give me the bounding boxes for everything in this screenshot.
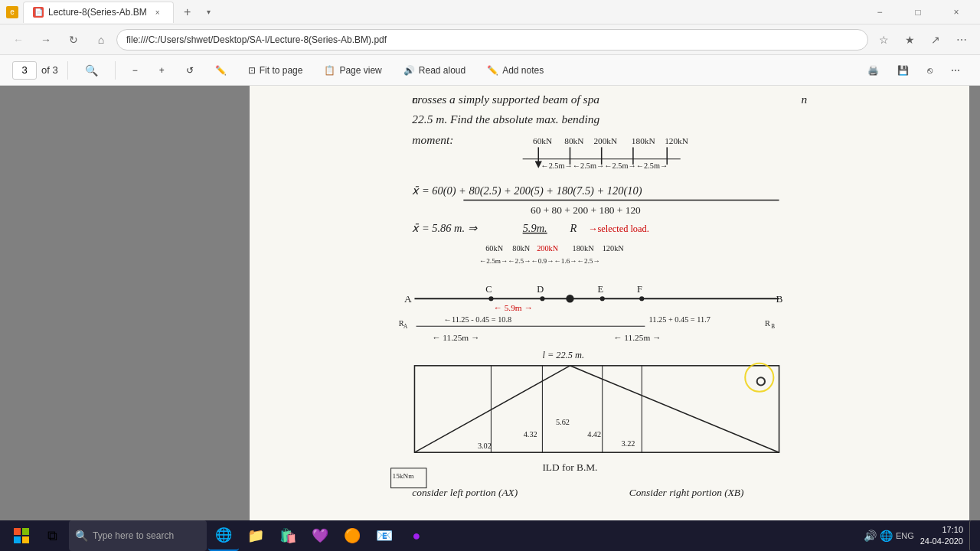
- page-number-input[interactable]: [12, 61, 37, 80]
- windows-logo: [14, 528, 29, 543]
- svg-text:200kN: 200kN: [537, 244, 559, 253]
- back-button[interactable]: ←: [6, 28, 31, 52]
- title-bar: e 📄 Lecture-8(Series-Ab.BM × + ▾ − □ ×: [0, 0, 980, 24]
- svg-text:15kNm: 15kNm: [393, 472, 415, 480]
- svg-text:consider left portion (AX): consider left portion (AX): [412, 487, 518, 498]
- browser-tab[interactable]: 📄 Lecture-8(Series-Ab.BM ×: [23, 2, 174, 23]
- add-notes-label: Add notes: [502, 65, 544, 76]
- task-view-icon: ⧉: [47, 528, 57, 544]
- start-button[interactable]: [6, 520, 37, 551]
- svg-text:4.32: 4.32: [524, 430, 537, 439]
- svg-text:x̄ = 60(0) + 80(2.5) + 200(5) : x̄ = 60(0) + 80(2.5) + 200(5) + 180(7.5)…: [412, 184, 642, 197]
- svg-text:B: B: [771, 324, 775, 330]
- more-options-button[interactable]: ⋯: [943, 60, 968, 81]
- fit-icon: ⊡: [248, 65, 256, 76]
- print-button[interactable]: 🖨️: [860, 60, 887, 81]
- edge-taskbar-icon: 🌐: [215, 527, 232, 543]
- svg-rect-74: [14, 536, 21, 543]
- svg-rect-53: [414, 366, 779, 452]
- draw-button[interactable]: ✏️: [207, 60, 234, 81]
- pdf-page: crosses a simply supported beam of spa n…: [250, 86, 969, 551]
- taskbar: ⧉ 🔍 Type here to search 🌐 📁 🛍️ 💜 🟠 📧 ●: [0, 520, 980, 551]
- app-taskbar-2[interactable]: ●: [401, 520, 432, 551]
- pdf-left-margin: [0, 86, 250, 551]
- clock[interactable]: 17:10 24-04-2020: [920, 524, 963, 548]
- svg-text:D: D: [537, 284, 544, 295]
- file-explorer-taskbar[interactable]: 📁: [240, 520, 271, 551]
- add-notes-button[interactable]: ✏️ Add notes: [479, 60, 551, 81]
- network-icon[interactable]: 🌐: [880, 530, 893, 542]
- zoom-out-button[interactable]: −: [125, 60, 145, 81]
- lang-indicator[interactable]: ENG: [896, 531, 914, 540]
- svg-text:ILD for B.M.: ILD for B.M.: [542, 461, 597, 473]
- svg-text:Consider right portion (XB): Consider right portion (XB): [629, 487, 744, 498]
- save-button[interactable]: 💾: [890, 60, 916, 81]
- svg-point-37: [488, 296, 493, 301]
- svg-text:←2.5m→←2.5→←0.9→←1.6→←2.5→: ←2.5m→←2.5→←0.9→←1.6→←2.5→: [479, 257, 600, 265]
- tab-favicon: 📄: [33, 7, 44, 18]
- time: 17:10: [920, 524, 963, 536]
- address-bar[interactable]: file:///C:/Users/shwet/Desktop/SA-I/Lect…: [116, 29, 868, 51]
- svg-text:C: C: [485, 284, 492, 295]
- main-content: crosses a simply supported beam of spa n…: [0, 86, 980, 551]
- search-button[interactable]: 🔍: [77, 60, 106, 81]
- page-view-label: Page view: [339, 65, 381, 76]
- title-bar-left: e 📄 Lecture-8(Series-Ab.BM × + ▾: [6, 2, 862, 23]
- svg-text:80kN: 80kN: [564, 136, 583, 145]
- show-desktop-button[interactable]: [969, 520, 974, 551]
- toolbar-right-actions: 🖨️ 💾 ⎋ ⋯: [860, 60, 968, 81]
- svg-text:11.25 + 0.45 = 11.7: 11.25 + 0.45 = 11.7: [649, 315, 710, 324]
- print-icon: 🖨️: [867, 65, 879, 76]
- store-taskbar[interactable]: 🛍️: [273, 520, 303, 551]
- svg-text:5.62: 5.62: [556, 418, 570, 426]
- read-aloud-button[interactable]: 🔊 Read aloud: [396, 60, 473, 81]
- svg-text:R: R: [765, 319, 770, 328]
- svg-text:x̄ = 5.86 m. ⇒: x̄ = 5.86 m. ⇒: [412, 222, 477, 234]
- address-text: file:///C:/Users/shwet/Desktop/SA-I/Lect…: [126, 34, 387, 45]
- tab-bar: 📄 Lecture-8(Series-Ab.BM × + ▾: [23, 2, 217, 23]
- app-icon-2: ●: [413, 528, 421, 544]
- tab-dropdown-button[interactable]: ▾: [201, 5, 217, 20]
- maximize-button[interactable]: □: [900, 0, 936, 24]
- settings-button[interactable]: ⋯: [949, 28, 974, 52]
- volume-icon[interactable]: 🔊: [864, 530, 877, 542]
- rotate-icon: ↺: [186, 65, 194, 76]
- svg-text:E: E: [598, 284, 604, 295]
- task-view-button[interactable]: ⧉: [37, 520, 67, 551]
- add-notes-icon: ✏️: [487, 65, 498, 76]
- mail-taskbar[interactable]: 📧: [369, 520, 400, 551]
- favorites-button[interactable]: ☆: [871, 28, 896, 52]
- close-button[interactable]: ×: [939, 0, 974, 24]
- vs-taskbar[interactable]: 💜: [305, 520, 335, 551]
- zoom-in-button[interactable]: +: [152, 60, 172, 81]
- svg-text:← 11.25m →: ← 11.25m →: [613, 333, 661, 342]
- svg-point-39: [566, 295, 573, 302]
- browser-icon: e: [6, 6, 18, 18]
- search-taskbar-text: Type here to search: [93, 530, 174, 541]
- refresh-button[interactable]: ↻: [61, 28, 86, 52]
- collections-button[interactable]: ★: [897, 28, 922, 52]
- svg-text:5.9m.: 5.9m.: [523, 222, 547, 234]
- search-taskbar[interactable]: 🔍 Type here to search: [69, 520, 207, 551]
- pdf-content: crosses a simply supported beam of spa n…: [250, 86, 969, 551]
- svg-text:200kN: 200kN: [593, 136, 617, 145]
- app-taskbar-1[interactable]: 🟠: [337, 520, 368, 551]
- page-view-button[interactable]: 📋 Page view: [316, 60, 389, 81]
- system-tray: 🔊 🌐 ENG: [864, 530, 914, 542]
- tab-close-button[interactable]: ×: [152, 6, 164, 18]
- svg-text:3.02: 3.02: [478, 442, 492, 450]
- rotate-button[interactable]: ↺: [178, 60, 201, 81]
- share-pdf-button[interactable]: ⎋: [920, 60, 940, 81]
- share-button[interactable]: ↗: [923, 28, 948, 52]
- forward-button[interactable]: →: [34, 28, 58, 52]
- fit-to-page-button[interactable]: ⊡ Fit to page: [240, 60, 311, 81]
- svg-text:←   5.9m  →: ← 5.9m →: [494, 303, 533, 312]
- page-view-icon: 📋: [324, 65, 335, 76]
- toolbar-separator-1: [67, 61, 68, 80]
- minimize-button[interactable]: −: [862, 0, 897, 24]
- edge-taskbar-item[interactable]: 🌐: [208, 520, 239, 551]
- home-button[interactable]: ⌂: [89, 28, 113, 52]
- new-tab-button[interactable]: +: [177, 2, 198, 23]
- zoom-in-icon: +: [159, 65, 165, 76]
- page-navigation: of 3: [12, 61, 58, 80]
